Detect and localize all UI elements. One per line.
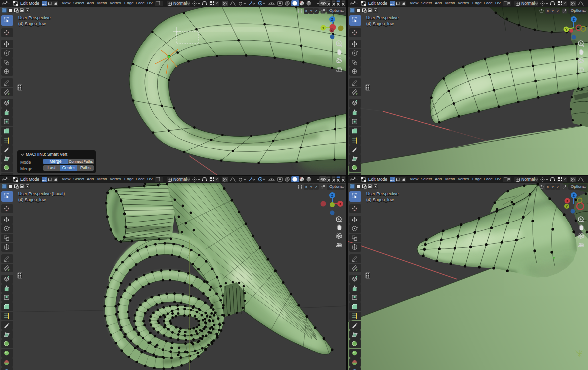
svg-text:X: X [566,199,569,203]
svg-text:Z: Z [573,18,575,21]
svg-text:Y: Y [322,26,325,30]
svg-text:Z: Z [331,194,334,197]
svg-text:Z: Z [573,194,575,197]
svg-text:Z: Z [331,18,334,21]
svg-text:X: X [339,202,342,206]
svg-text:Y: Y [565,28,568,31]
svg-text:X: X [331,29,333,32]
svg-text:Y: Y [566,205,568,208]
